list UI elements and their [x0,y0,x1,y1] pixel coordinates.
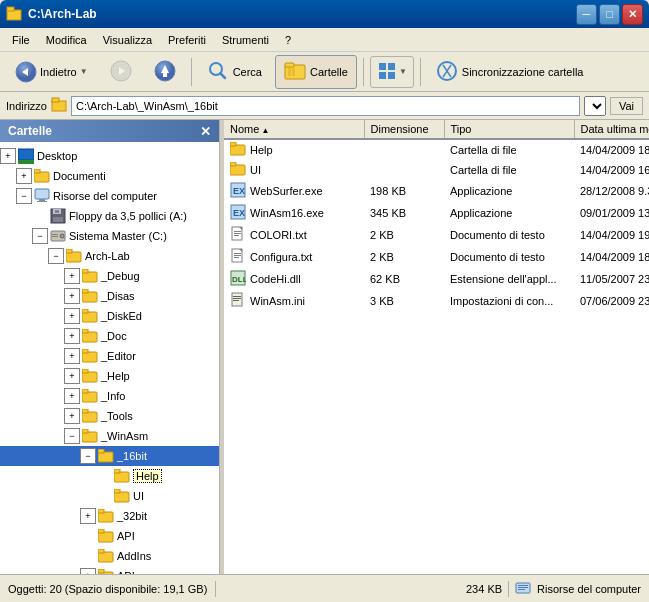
svg-rect-94 [234,253,241,254]
table-row[interactable]: UI Cartella di file 14/04/2009 16.36 [224,160,649,180]
tree-item-desktop[interactable]: +Desktop [0,146,219,166]
tree-item-doc[interactable]: + _Doc [0,326,219,346]
address-input[interactable] [71,96,580,116]
search-button[interactable]: Cerca [198,55,271,89]
tree-expander[interactable]: + [64,348,80,364]
tree-item-winasm[interactable]: − _WinAsm [0,426,219,446]
tree-expander[interactable]: + [64,268,80,284]
tree-item-info[interactable]: + _Info [0,386,219,406]
tree-item-c_drive[interactable]: −Sistema Master (C:) [0,226,219,246]
tree-label: Arch-Lab [85,250,130,262]
tree-item-32bit[interactable]: + _32bit [0,506,219,526]
address-dropdown[interactable] [584,96,606,116]
tree-expander[interactable]: + [80,508,96,524]
svg-rect-66 [98,529,104,533]
svg-rect-96 [234,257,239,258]
tree-item-api[interactable]: API [0,526,219,546]
tree-item-floppy[interactable]: Floppy da 3,5 pollici (A:) [0,206,219,226]
svg-rect-31 [55,210,59,213]
minimize-button[interactable]: ─ [576,4,597,25]
menu-visualizza[interactable]: Visualizza [95,31,160,49]
tree-expander[interactable]: + [64,388,80,404]
svg-rect-44 [82,309,88,313]
view-dropdown-icon[interactable]: ▼ [399,67,407,76]
col-modified[interactable]: Data ultima modifica [574,120,649,139]
tree-item-disas[interactable]: + _Disas [0,286,219,306]
tree-item-editor[interactable]: + _Editor [0,346,219,366]
tree-item-help_sub[interactable]: + _Help [0,366,219,386]
tree-item-ui_16[interactable]: UI [0,486,219,506]
table-row[interactable]: WinAsm.ini 3 KB Impostazioni di con... 0… [224,290,649,312]
window-title: C:\Arch-Lab [28,7,576,21]
svg-rect-21 [52,98,59,102]
view-button[interactable]: ▼ [370,56,414,88]
tree-container[interactable]: +Desktop+ Documenti−Risorse del computer… [0,142,219,574]
sync-button[interactable]: Sincronizzazione cartella [427,55,593,89]
table-row[interactable]: COLORI.txt 2 KB Documento di testo 14/04… [224,224,649,246]
menu-help[interactable]: ? [277,31,299,49]
tree-item-help_16[interactable]: Help [0,466,219,486]
col-name[interactable]: Nome [224,120,364,139]
menu-strumenti[interactable]: Strumenti [214,31,277,49]
tree-expander[interactable]: + [80,568,96,574]
svg-rect-28 [37,201,47,202]
svg-rect-95 [234,255,241,256]
svg-rect-1 [7,7,14,11]
tree-label: Floppy da 3,5 pollici (A:) [69,210,187,222]
tree-item-disked[interactable]: + _DiskEd [0,306,219,326]
drive-icon [50,228,66,244]
table-row[interactable]: DLL CodeHi.dll 62 KB Estensione dell'app… [224,268,649,290]
tree-item-16bit[interactable]: − _16bit [0,446,219,466]
tree-expander[interactable]: − [32,228,48,244]
file-name: DLL CodeHi.dll [224,268,364,290]
svg-text:DLL: DLL [232,275,246,284]
panel-close-button[interactable]: ✕ [200,125,211,138]
col-size[interactable]: Dimensione [364,120,444,139]
maximize-button[interactable]: □ [599,4,620,25]
svg-rect-26 [35,189,49,199]
floppy-icon [50,208,66,224]
up-button[interactable] [145,55,185,89]
tree-expander[interactable]: − [48,248,64,264]
tree-expander[interactable]: + [64,408,80,424]
tree-expander[interactable]: + [64,288,80,304]
tree-expander[interactable]: + [64,328,80,344]
tree-item-risorse[interactable]: −Risorse del computer [0,186,219,206]
table-row[interactable]: Configura.txt 2 KB Documento di testo 14… [224,246,649,268]
tree-expander[interactable]: + [64,308,80,324]
tree-expander[interactable]: − [16,188,32,204]
window-controls: ─ □ ✕ [576,4,643,25]
forward-button[interactable] [101,55,141,89]
back-dropdown-icon[interactable]: ▼ [80,67,88,76]
tree-item-archlab[interactable]: − Arch-Lab [0,246,219,266]
tree-expander[interactable]: + [0,148,16,164]
tree-expander[interactable]: − [64,428,80,444]
tree-expander[interactable]: + [64,368,80,384]
menu-preferiti[interactable]: Preferiti [160,31,214,49]
go-button[interactable]: Vai [610,97,643,115]
ini-file-icon [230,292,246,310]
table-row[interactable]: Help Cartella di file 14/04/2009 18.35 [224,139,649,160]
back-button[interactable]: Indietro ▼ [6,56,97,88]
desktop-icon [18,148,34,164]
menu-file[interactable]: File [4,31,38,49]
close-button[interactable]: ✕ [622,4,643,25]
tree-item-addins[interactable]: AddIns [0,546,219,566]
svg-rect-90 [234,233,241,234]
tree-item-tools_sub[interactable]: + _Tools [0,406,219,426]
tree-expander[interactable]: + [16,168,32,184]
tree-item-debug[interactable]: + _Debug [0,266,219,286]
col-type[interactable]: Tipo [444,120,574,139]
folders-button[interactable]: Cartelle [275,55,357,89]
tree-expander[interactable]: − [80,448,96,464]
svg-rect-18 [388,72,395,79]
tree-item-api2[interactable]: + API [0,566,219,574]
table-row[interactable]: EX WebSurfer.exe 198 KB Applicazione 28/… [224,180,649,202]
svg-rect-91 [234,235,239,236]
table-row[interactable]: EX WinAsm16.exe 345 KB Applicazione 09/0… [224,202,649,224]
file-list-scroll[interactable]: Nome Dimensione Tipo Data ultima modific… [224,120,649,574]
file-table: Nome Dimensione Tipo Data ultima modific… [224,120,649,312]
menu-modifica[interactable]: Modifica [38,31,95,49]
folders-icon [284,60,306,84]
tree-item-documents[interactable]: + Documenti [0,166,219,186]
